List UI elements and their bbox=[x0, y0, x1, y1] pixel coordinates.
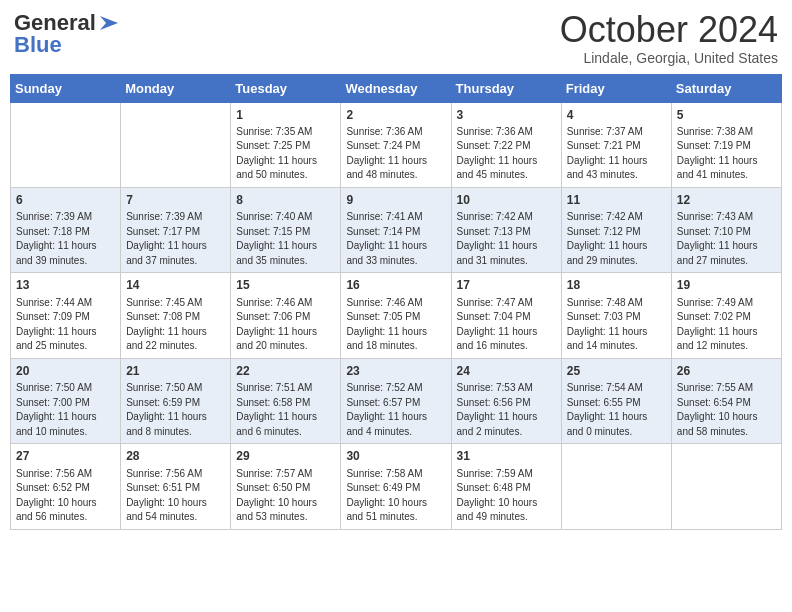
day-number: 8 bbox=[236, 192, 335, 209]
week-row-3: 13Sunrise: 7:44 AMSunset: 7:09 PMDayligh… bbox=[11, 273, 782, 358]
week-row-4: 20Sunrise: 7:50 AMSunset: 7:00 PMDayligh… bbox=[11, 358, 782, 443]
sunset-text: Sunset: 7:10 PM bbox=[677, 225, 776, 240]
sunrise-text: Sunrise: 7:40 AM bbox=[236, 210, 335, 225]
week-row-5: 27Sunrise: 7:56 AMSunset: 6:52 PMDayligh… bbox=[11, 444, 782, 529]
calendar-header-row: Sunday Monday Tuesday Wednesday Thursday… bbox=[11, 74, 782, 102]
day-number: 17 bbox=[457, 277, 556, 294]
sunrise-text: Sunrise: 7:42 AM bbox=[567, 210, 666, 225]
day-number: 14 bbox=[126, 277, 225, 294]
day-cell: 4Sunrise: 7:37 AMSunset: 7:21 PMDaylight… bbox=[561, 102, 671, 187]
sunset-text: Sunset: 7:03 PM bbox=[567, 310, 666, 325]
day-number: 30 bbox=[346, 448, 445, 465]
logo-blue: Blue bbox=[14, 32, 62, 58]
sunset-text: Sunset: 7:15 PM bbox=[236, 225, 335, 240]
day-cell: 5Sunrise: 7:38 AMSunset: 7:19 PMDaylight… bbox=[671, 102, 781, 187]
page: General Blue October 2024 Lindale, Georg… bbox=[0, 0, 792, 612]
daylight-text: Daylight: 11 hours and 45 minutes. bbox=[457, 154, 556, 183]
sunrise-text: Sunrise: 7:48 AM bbox=[567, 296, 666, 311]
daylight-text: Daylight: 11 hours and 18 minutes. bbox=[346, 325, 445, 354]
day-number: 9 bbox=[346, 192, 445, 209]
sunset-text: Sunset: 6:56 PM bbox=[457, 396, 556, 411]
sunset-text: Sunset: 6:55 PM bbox=[567, 396, 666, 411]
sunset-text: Sunset: 6:48 PM bbox=[457, 481, 556, 496]
sunrise-text: Sunrise: 7:46 AM bbox=[236, 296, 335, 311]
sunset-text: Sunset: 6:52 PM bbox=[16, 481, 115, 496]
daylight-text: Daylight: 11 hours and 8 minutes. bbox=[126, 410, 225, 439]
day-cell: 16Sunrise: 7:46 AMSunset: 7:05 PMDayligh… bbox=[341, 273, 451, 358]
daylight-text: Daylight: 11 hours and 39 minutes. bbox=[16, 239, 115, 268]
day-cell: 1Sunrise: 7:35 AMSunset: 7:25 PMDaylight… bbox=[231, 102, 341, 187]
logo-arrow-icon bbox=[98, 12, 120, 34]
sunrise-text: Sunrise: 7:46 AM bbox=[346, 296, 445, 311]
day-cell: 3Sunrise: 7:36 AMSunset: 7:22 PMDaylight… bbox=[451, 102, 561, 187]
daylight-text: Daylight: 11 hours and 33 minutes. bbox=[346, 239, 445, 268]
sunset-text: Sunset: 7:18 PM bbox=[16, 225, 115, 240]
day-cell: 29Sunrise: 7:57 AMSunset: 6:50 PMDayligh… bbox=[231, 444, 341, 529]
day-cell: 2Sunrise: 7:36 AMSunset: 7:24 PMDaylight… bbox=[341, 102, 451, 187]
sunset-text: Sunset: 7:12 PM bbox=[567, 225, 666, 240]
daylight-text: Daylight: 11 hours and 22 minutes. bbox=[126, 325, 225, 354]
sunrise-text: Sunrise: 7:36 AM bbox=[346, 125, 445, 140]
svg-marker-0 bbox=[100, 16, 118, 30]
sunset-text: Sunset: 7:22 PM bbox=[457, 139, 556, 154]
header-thursday: Thursday bbox=[451, 74, 561, 102]
sunrise-text: Sunrise: 7:51 AM bbox=[236, 381, 335, 396]
daylight-text: Daylight: 11 hours and 31 minutes. bbox=[457, 239, 556, 268]
day-number: 29 bbox=[236, 448, 335, 465]
day-cell: 15Sunrise: 7:46 AMSunset: 7:06 PMDayligh… bbox=[231, 273, 341, 358]
sunrise-text: Sunrise: 7:38 AM bbox=[677, 125, 776, 140]
day-cell: 9Sunrise: 7:41 AMSunset: 7:14 PMDaylight… bbox=[341, 187, 451, 272]
day-cell: 19Sunrise: 7:49 AMSunset: 7:02 PMDayligh… bbox=[671, 273, 781, 358]
day-cell bbox=[121, 102, 231, 187]
sunrise-text: Sunrise: 7:49 AM bbox=[677, 296, 776, 311]
day-cell: 8Sunrise: 7:40 AMSunset: 7:15 PMDaylight… bbox=[231, 187, 341, 272]
day-number: 18 bbox=[567, 277, 666, 294]
day-cell bbox=[671, 444, 781, 529]
daylight-text: Daylight: 10 hours and 54 minutes. bbox=[126, 496, 225, 525]
sunset-text: Sunset: 7:21 PM bbox=[567, 139, 666, 154]
day-number: 1 bbox=[236, 107, 335, 124]
daylight-text: Daylight: 11 hours and 16 minutes. bbox=[457, 325, 556, 354]
header-saturday: Saturday bbox=[671, 74, 781, 102]
sunrise-text: Sunrise: 7:43 AM bbox=[677, 210, 776, 225]
sunrise-text: Sunrise: 7:36 AM bbox=[457, 125, 556, 140]
sunrise-text: Sunrise: 7:45 AM bbox=[126, 296, 225, 311]
day-number: 11 bbox=[567, 192, 666, 209]
day-cell: 11Sunrise: 7:42 AMSunset: 7:12 PMDayligh… bbox=[561, 187, 671, 272]
day-cell: 23Sunrise: 7:52 AMSunset: 6:57 PMDayligh… bbox=[341, 358, 451, 443]
sunset-text: Sunset: 7:00 PM bbox=[16, 396, 115, 411]
day-cell bbox=[561, 444, 671, 529]
sunrise-text: Sunrise: 7:50 AM bbox=[16, 381, 115, 396]
daylight-text: Daylight: 10 hours and 49 minutes. bbox=[457, 496, 556, 525]
sunset-text: Sunset: 7:06 PM bbox=[236, 310, 335, 325]
sunset-text: Sunset: 6:57 PM bbox=[346, 396, 445, 411]
header-tuesday: Tuesday bbox=[231, 74, 341, 102]
header-wednesday: Wednesday bbox=[341, 74, 451, 102]
sunset-text: Sunset: 6:49 PM bbox=[346, 481, 445, 496]
day-cell: 30Sunrise: 7:58 AMSunset: 6:49 PMDayligh… bbox=[341, 444, 451, 529]
day-cell: 13Sunrise: 7:44 AMSunset: 7:09 PMDayligh… bbox=[11, 273, 121, 358]
daylight-text: Daylight: 10 hours and 51 minutes. bbox=[346, 496, 445, 525]
sunset-text: Sunset: 7:08 PM bbox=[126, 310, 225, 325]
header-friday: Friday bbox=[561, 74, 671, 102]
sunset-text: Sunset: 7:17 PM bbox=[126, 225, 225, 240]
daylight-text: Daylight: 11 hours and 29 minutes. bbox=[567, 239, 666, 268]
calendar-table: Sunday Monday Tuesday Wednesday Thursday… bbox=[10, 74, 782, 530]
day-number: 4 bbox=[567, 107, 666, 124]
day-cell: 12Sunrise: 7:43 AMSunset: 7:10 PMDayligh… bbox=[671, 187, 781, 272]
daylight-text: Daylight: 11 hours and 20 minutes. bbox=[236, 325, 335, 354]
day-number: 19 bbox=[677, 277, 776, 294]
day-cell: 6Sunrise: 7:39 AMSunset: 7:18 PMDaylight… bbox=[11, 187, 121, 272]
header: General Blue October 2024 Lindale, Georg… bbox=[10, 10, 782, 66]
day-number: 24 bbox=[457, 363, 556, 380]
sunrise-text: Sunrise: 7:39 AM bbox=[126, 210, 225, 225]
sunrise-text: Sunrise: 7:47 AM bbox=[457, 296, 556, 311]
day-cell bbox=[11, 102, 121, 187]
sunset-text: Sunset: 6:54 PM bbox=[677, 396, 776, 411]
daylight-text: Daylight: 11 hours and 2 minutes. bbox=[457, 410, 556, 439]
day-number: 7 bbox=[126, 192, 225, 209]
week-row-2: 6Sunrise: 7:39 AMSunset: 7:18 PMDaylight… bbox=[11, 187, 782, 272]
daylight-text: Daylight: 11 hours and 4 minutes. bbox=[346, 410, 445, 439]
day-number: 5 bbox=[677, 107, 776, 124]
sunset-text: Sunset: 7:02 PM bbox=[677, 310, 776, 325]
